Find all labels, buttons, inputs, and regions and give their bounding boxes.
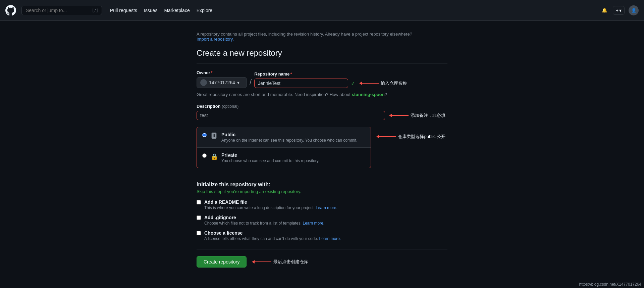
page-title: Create a new repository bbox=[197, 48, 447, 58]
desc-annotation: 添加备注，非必填 bbox=[389, 112, 447, 118]
nav-marketplace[interactable]: Marketplace bbox=[161, 6, 192, 15]
desc-row: 添加备注，非必填 bbox=[197, 111, 447, 120]
owner-repo-row: Owner* 1477017264 ▾ / Repository name* ✓… bbox=[197, 70, 447, 88]
nav-explore[interactable]: Explore bbox=[194, 6, 215, 15]
visibility-public-radio[interactable] bbox=[202, 133, 207, 137]
keyboard-shortcut-badge: / bbox=[93, 8, 98, 13]
owner-select[interactable]: 1477017264 ▾ bbox=[197, 77, 247, 88]
gitignore-text: Add .gitignore Choose which files not to… bbox=[204, 215, 324, 226]
license-learn-more-link[interactable]: Learn more. bbox=[319, 236, 341, 241]
annotation-desc-text: 添加备注，非必填 bbox=[409, 112, 447, 118]
search-input[interactable]: Search or jump to... bbox=[26, 8, 90, 13]
owner-value: 1477017264 bbox=[209, 80, 235, 85]
owner-avatar bbox=[200, 79, 207, 86]
nav-issues[interactable]: Issues bbox=[141, 6, 160, 15]
readme-learn-more-link[interactable]: Learn more. bbox=[316, 205, 337, 210]
visibility-container: Public Anyone on the internet can see th… bbox=[197, 127, 447, 175]
suggestion-text: Great repository names are short and mem… bbox=[197, 92, 447, 97]
plus-icon: + bbox=[616, 8, 619, 13]
github-logo-icon[interactable] bbox=[5, 5, 16, 16]
desc-label: Description (optional) bbox=[197, 104, 447, 109]
chevron-down-icon: ▾ bbox=[237, 80, 239, 85]
intro-text: A repository contains all project files,… bbox=[197, 32, 447, 42]
title-divider bbox=[197, 63, 447, 63]
notifications-button[interactable]: 🔔 bbox=[600, 6, 609, 14]
slash-divider: / bbox=[250, 78, 252, 88]
search-bar[interactable]: Search or jump to... / bbox=[21, 6, 102, 15]
import-link[interactable]: Import a repository. bbox=[197, 37, 234, 42]
init-readme-option: Add a README file This is where you can … bbox=[197, 199, 447, 210]
required-star: * bbox=[211, 70, 212, 75]
init-subtitle: Skip this step if you're importing an ex… bbox=[197, 189, 447, 194]
license-checkbox[interactable] bbox=[197, 231, 201, 235]
visibility-annotation: 仓库类型选择public 公开 bbox=[376, 134, 447, 140]
arrow-left-icon bbox=[359, 82, 362, 85]
avatar-icon: 👤 bbox=[631, 8, 636, 13]
repo-name-label: Repository name* bbox=[254, 71, 409, 77]
license-text: Choose a license A license tells others … bbox=[204, 230, 341, 241]
annotation-line bbox=[362, 83, 379, 84]
repo-name-form-group: Repository name* ✓ 输入仓库名称 bbox=[254, 71, 409, 88]
navbar: Search or jump to... / Pull requests Iss… bbox=[0, 0, 644, 21]
create-repository-button[interactable]: Create repository bbox=[197, 256, 247, 268]
description-group: Description (optional) 添加备注，非必填 bbox=[197, 104, 447, 120]
navbar-right: 🔔 + ▾ 👤 bbox=[600, 5, 639, 15]
avatar[interactable]: 👤 bbox=[629, 5, 639, 15]
owner-form-group: Owner* 1477017264 ▾ bbox=[197, 70, 247, 88]
chevron-down-icon: ▾ bbox=[619, 8, 622, 13]
footer-url: https://blog.csdn.net/X1477017264 bbox=[577, 281, 644, 288]
visibility-private-radio[interactable] bbox=[202, 153, 207, 158]
optional-text: (optional) bbox=[222, 104, 238, 109]
create-new-button[interactable]: + ▾ bbox=[613, 6, 625, 15]
repo-name-annotation: 输入仓库名称 bbox=[359, 80, 409, 86]
visibility-section: Public Anyone on the internet can see th… bbox=[197, 127, 371, 168]
nav-links: Pull requests Issues Marketplace Explore bbox=[107, 6, 595, 15]
desc-annotation-line bbox=[392, 115, 409, 116]
visibility-arrow-left-icon bbox=[376, 135, 379, 138]
init-license-option: Choose a license A license tells others … bbox=[197, 230, 447, 241]
readme-text: Add a README file This is where you can … bbox=[204, 199, 337, 210]
create-annotation-line bbox=[255, 261, 271, 262]
nav-pull-requests[interactable]: Pull requests bbox=[107, 6, 140, 15]
public-option-text: Public Anyone on the internet can see th… bbox=[221, 132, 357, 143]
gitignore-checkbox[interactable] bbox=[197, 215, 201, 220]
description-input[interactable] bbox=[197, 111, 385, 120]
readme-checkbox[interactable] bbox=[197, 200, 201, 204]
suggestion-link[interactable]: stunning-spoon bbox=[352, 92, 384, 97]
public-icon bbox=[211, 133, 217, 140]
visibility-public-option[interactable]: Public Anyone on the internet can see th… bbox=[197, 127, 371, 148]
valid-check-icon: ✓ bbox=[351, 80, 355, 87]
main-content: A repository contains all project files,… bbox=[191, 21, 453, 288]
create-annotation: 最后点击创建仓库 bbox=[252, 259, 310, 265]
visibility-private-option[interactable]: 🔒 Private You choose who can see and com… bbox=[197, 148, 371, 168]
create-arrow-left-icon bbox=[252, 260, 255, 263]
bell-icon: 🔔 bbox=[602, 8, 607, 13]
repo-name-wrapper: ✓ 输入仓库名称 bbox=[254, 79, 409, 88]
visibility-annotation-line bbox=[379, 136, 396, 137]
gitignore-learn-more-link[interactable]: Learn more. bbox=[303, 221, 324, 226]
annotation-visibility-text: 仓库类型选择public 公开 bbox=[396, 134, 447, 140]
lock-icon: 🔒 bbox=[211, 153, 217, 160]
owner-label: Owner* bbox=[197, 70, 247, 75]
annotation-create-text: 最后点击创建仓库 bbox=[271, 259, 310, 265]
section-divider bbox=[197, 249, 447, 249]
init-gitignore-option: Add .gitignore Choose which files not to… bbox=[197, 215, 447, 226]
required-star-repo: * bbox=[290, 71, 292, 77]
init-title: Initialize this repository with: bbox=[197, 182, 447, 188]
private-option-text: Private You choose who can see and commi… bbox=[221, 152, 319, 163]
create-button-row: Create repository 最后点击创建仓库 bbox=[197, 256, 447, 268]
desc-arrow-left-icon bbox=[389, 114, 392, 117]
init-section: Initialize this repository with: Skip th… bbox=[197, 182, 447, 241]
repo-name-input[interactable] bbox=[254, 79, 348, 88]
annotation-repo-name-text: 输入仓库名称 bbox=[379, 80, 409, 86]
